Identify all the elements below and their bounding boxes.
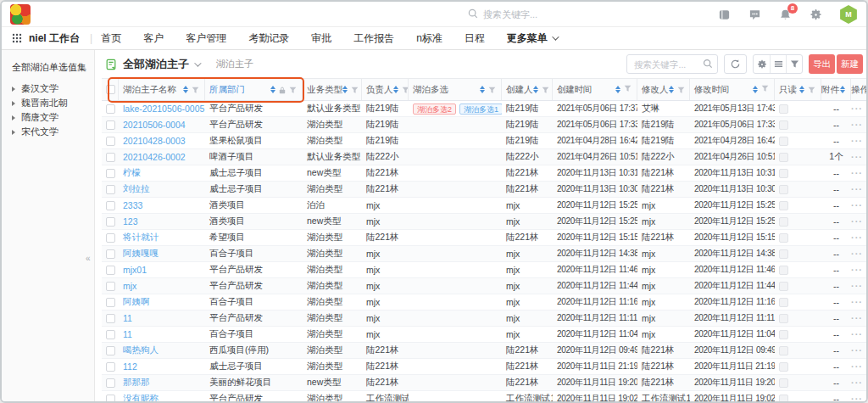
view-title[interactable]: 全部湖泊主子 <box>123 57 189 72</box>
record-link[interactable]: 柠檬 <box>123 167 141 179</box>
filter-icon[interactable] <box>351 82 359 98</box>
settings-gear-icon[interactable] <box>754 55 770 73</box>
row-checkbox[interactable] <box>106 120 115 130</box>
sort-icon[interactable] <box>669 86 674 93</box>
row-checkbox[interactable] <box>106 217 115 227</box>
row-checkbox[interactable] <box>106 298 115 307</box>
row-checkbox[interactable] <box>106 282 115 291</box>
filter-icon[interactable] <box>192 82 199 98</box>
row-actions-button[interactable]: ··· <box>851 168 863 178</box>
notebook-icon[interactable] <box>717 8 731 21</box>
table-row[interactable]: 20210506-0004 平台产品研发 湖泊类型 陆219陆 陆219陆 20… <box>102 117 866 133</box>
row-checkbox[interactable] <box>106 266 115 275</box>
table-row[interactable]: mjx01 平台产品研发 湖泊类型 mjx mjx 2020年11月12日 11… <box>102 262 866 278</box>
chat-icon[interactable] <box>748 8 761 21</box>
chevron-down-icon[interactable] <box>194 59 201 66</box>
table-row[interactable]: 柠檬 威士忌子项目 new类型 陆221林 陆221林 2020年11月13日 … <box>102 165 866 182</box>
filter-icon[interactable] <box>808 82 815 98</box>
table-row[interactable]: 20210426-0002 啤酒子项目 默认业务类型 陆222小 陆222小 2… <box>102 149 866 165</box>
table-row[interactable]: mjx 平台产品研发 湖泊类型 mjx mjx 2020年11月12日 11:4… <box>102 278 866 294</box>
bell-icon[interactable]: 8 <box>778 8 792 21</box>
column-header[interactable]: 创建人 <box>502 79 553 100</box>
apps-grid-icon[interactable] <box>12 33 22 43</box>
row-actions-button[interactable]: ··· <box>851 104 863 114</box>
column-header[interactable]: 所属部门 <box>205 79 303 100</box>
record-link[interactable]: 阿姨嘎嘎 <box>123 248 159 260</box>
sort-icon[interactable] <box>533 86 538 93</box>
filter-icon[interactable] <box>402 82 409 98</box>
table-row[interactable]: 2333 酒类项目 泊泊 mjx mjx 2020年11月12日 15:25 m… <box>102 198 866 214</box>
sort-icon[interactable] <box>615 86 620 93</box>
sort-icon[interactable] <box>753 86 758 93</box>
row-actions-button[interactable]: ··· <box>851 232 863 243</box>
nav-item[interactable]: 考勤记录 <box>248 31 289 46</box>
record-link[interactable]: 喝热狗人 <box>123 344 159 356</box>
record-link[interactable]: 阿姨啊 <box>123 296 150 308</box>
nav-item[interactable]: 首页 <box>101 31 121 46</box>
filter-icon[interactable] <box>761 85 769 94</box>
column-header[interactable]: 业务类型 <box>303 79 362 100</box>
record-link[interactable]: mjx <box>123 281 136 291</box>
record-link[interactable]: 没有昵称 <box>123 393 159 401</box>
filter-icon[interactable] <box>624 85 632 94</box>
column-header[interactable]: 负责人 <box>362 79 409 100</box>
sort-icon[interactable] <box>183 86 188 93</box>
record-link[interactable]: 11 <box>123 313 132 323</box>
filter-icon[interactable] <box>677 82 685 98</box>
sort-icon[interactable] <box>342 86 348 93</box>
row-checkbox[interactable] <box>106 104 115 114</box>
table-row[interactable]: 刘拉拉 威士忌子项目 湖泊类型 陆221林 陆221林 2020年11月13日 … <box>102 182 866 198</box>
row-checkbox[interactable] <box>106 395 115 402</box>
workspace-title[interactable]: niel 工作台 <box>29 31 80 46</box>
create-button[interactable]: 新建 <box>837 54 863 74</box>
table-row[interactable]: 喝热狗人 西瓜项目(停用) 湖泊类型 陆221林 陆221林 2020年11月1… <box>102 343 866 359</box>
row-checkbox[interactable] <box>106 169 115 178</box>
row-checkbox[interactable] <box>106 153 115 162</box>
table-search[interactable] <box>626 54 718 74</box>
row-actions-button[interactable]: ··· <box>851 394 863 401</box>
row-actions-button[interactable]: ··· <box>851 345 863 355</box>
table-row[interactable]: 112 威士忌子项目 湖泊类型 陆221林 陆221林 2020年11月11日 … <box>102 359 866 375</box>
row-checkbox[interactable] <box>106 249 115 259</box>
filter-icon[interactable] <box>786 55 802 73</box>
row-actions-button[interactable]: ··· <box>851 152 863 162</box>
table-row[interactable]: 没有昵称 平台产品研发 湖泊类型 工作流测试1 工作流测试1 2020年11月1… <box>102 391 866 401</box>
record-link[interactable]: 将计就计 <box>123 232 159 243</box>
column-header[interactable]: 修改时间 <box>690 79 775 100</box>
row-actions-button[interactable]: ··· <box>851 329 863 339</box>
column-header[interactable] <box>102 79 119 100</box>
row-checkbox[interactable] <box>106 233 115 243</box>
avatar[interactable]: M <box>839 5 858 24</box>
row-checkbox[interactable] <box>106 346 115 355</box>
nav-more-menu[interactable]: 更多菜单 <box>507 31 557 46</box>
table-row[interactable]: 阿姨嘎嘎 百合子项目 湖泊类型 mjx mjx 2020年11月12日 14:3… <box>102 246 866 262</box>
row-checkbox[interactable] <box>106 378 115 388</box>
row-checkbox[interactable] <box>106 330 115 339</box>
sort-icon[interactable] <box>840 86 845 93</box>
table-row[interactable]: 将计就计 希望项目 湖泊类型 陆221林 陆221林 2020年11月12日 1… <box>102 230 866 246</box>
row-checkbox[interactable] <box>106 362 115 372</box>
row-checkbox[interactable] <box>106 314 115 323</box>
sort-icon[interactable] <box>480 86 485 93</box>
row-actions-button[interactable]: ··· <box>851 120 863 130</box>
table-row[interactable]: 123 酒类项目 new类型 mjx mjx 2020年11月12日 15:25… <box>102 214 866 230</box>
row-checkbox[interactable] <box>106 137 115 146</box>
view-tab[interactable]: 湖泊主子 <box>216 58 253 70</box>
record-link[interactable]: 刘拉拉 <box>123 183 150 195</box>
table-row[interactable]: 那那那 美丽的鲜花项目 new类型 陆221林 陆221林 2020年11月11… <box>102 375 866 391</box>
row-actions-button[interactable]: ··· <box>851 313 863 323</box>
nav-item[interactable]: 客户管理 <box>186 31 226 46</box>
table-row[interactable]: 11 百合子项目 湖泊类型 mjx mjx 2020年11月12日 11:04 … <box>102 327 866 343</box>
row-actions-button[interactable]: ··· <box>851 281 863 291</box>
record-link[interactable]: 112 <box>123 361 137 372</box>
export-button[interactable]: 导出 <box>809 54 835 74</box>
gear-icon[interactable] <box>809 8 822 21</box>
row-actions-button[interactable]: ··· <box>851 216 863 227</box>
record-link[interactable]: 那那那 <box>123 377 150 389</box>
row-actions-button[interactable]: ··· <box>851 184 863 194</box>
record-link[interactable]: 123 <box>123 216 138 227</box>
record-link[interactable]: lake-20210506-0005 <box>123 104 204 114</box>
table-row[interactable]: 阿姨啊 百合子项目 湖泊类型 mjx mjx 2020年11月12日 11:16… <box>102 294 866 311</box>
select-all-checkbox[interactable] <box>106 85 115 94</box>
sidebar-item[interactable]: 秦汉文学 <box>12 81 94 96</box>
